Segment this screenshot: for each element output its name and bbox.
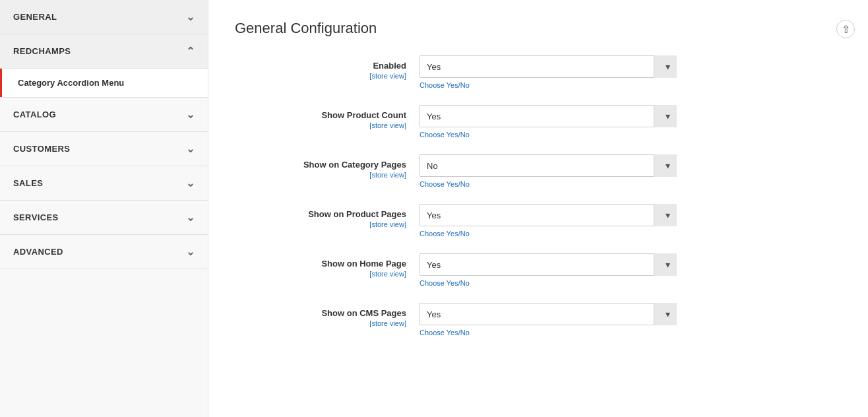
sidebar-item-general: GENERAL ⌄: [0, 0, 208, 34]
config-label-show-on-home-page: Show on Home Page: [235, 259, 406, 269]
sidebar-sales-label: SALES: [13, 178, 43, 188]
select-enabled[interactable]: YesNo: [419, 55, 677, 78]
config-row-show-on-category-pages: Show on Category Pages[store view]YesNoC…: [235, 154, 842, 188]
config-hint-show-on-cms-pages: Choose Yes/No: [419, 329, 842, 337]
select-wrapper-show-product-count: YesNo: [419, 105, 677, 127]
config-hint-show-on-product-pages: Choose Yes/No: [419, 230, 842, 238]
sidebar-sales-header[interactable]: SALES ⌄: [0, 166, 208, 200]
sidebar-item-advanced: ADVANCED ⌄: [0, 235, 208, 269]
config-label-enabled: Enabled: [235, 61, 406, 71]
config-field-col-show-product-count: YesNoChoose Yes/No: [419, 105, 842, 139]
sidebar-services-label: SERVICES: [13, 212, 59, 222]
sidebar-sub-item-label: Category Accordion Menu: [18, 78, 124, 88]
config-field-col-show-on-category-pages: YesNoChoose Yes/No: [419, 154, 842, 188]
config-label-col-show-on-product-pages: Show on Product Pages[store view]: [235, 204, 419, 228]
sidebar-catalog-header[interactable]: CATALOG ⌄: [0, 98, 208, 131]
config-label-col-show-product-count: Show Product Count[store view]: [235, 105, 419, 129]
config-label-col-show-on-category-pages: Show on Category Pages[store view]: [235, 154, 419, 179]
config-label-show-on-category-pages: Show on Category Pages: [235, 160, 406, 170]
select-show-on-home-page[interactable]: YesNo: [419, 253, 677, 276]
config-field-col-show-on-cms-pages: YesNoChoose Yes/No: [419, 303, 842, 337]
select-show-on-cms-pages[interactable]: YesNo: [419, 303, 677, 325]
chevron-down-icon: ⌄: [186, 11, 195, 23]
config-label-col-show-on-cms-pages: Show on CMS Pages[store view]: [235, 303, 419, 327]
config-field-col-show-on-product-pages: YesNoChoose Yes/No: [419, 204, 842, 238]
sidebar-customers-label: CUSTOMERS: [13, 144, 70, 154]
chevron-down-icon: ⌄: [186, 211, 195, 224]
sidebar-item-catalog: CATALOG ⌄: [0, 98, 208, 132]
config-hint-show-product-count: Choose Yes/No: [419, 131, 842, 139]
sidebar-item-sales: SALES ⌄: [0, 166, 208, 201]
chevron-down-icon: ⌄: [186, 143, 195, 155]
sidebar-general-header[interactable]: GENERAL ⌄: [0, 0, 208, 34]
main-content: General Configuration Enabled[store view…: [208, 0, 868, 417]
select-show-on-category-pages[interactable]: YesNo: [419, 154, 677, 177]
config-scope-show-on-product-pages: [store view]: [235, 220, 406, 228]
config-scope-show-on-cms-pages: [store view]: [235, 319, 406, 327]
config-hint-enabled: Choose Yes/No: [419, 81, 842, 89]
config-hint-show-on-category-pages: Choose Yes/No: [419, 180, 842, 188]
scroll-to-top-button[interactable]: ⇧: [836, 20, 855, 38]
config-row-show-on-product-pages: Show on Product Pages[store view]YesNoCh…: [235, 204, 842, 238]
config-label-show-on-cms-pages: Show on CMS Pages: [235, 308, 406, 318]
sidebar-redchamps-header[interactable]: REDCHAMPS ⌃: [0, 34, 208, 68]
config-hint-show-on-home-page: Choose Yes/No: [419, 279, 842, 287]
config-label-show-on-product-pages: Show on Product Pages: [235, 209, 406, 219]
config-scope-show-on-home-page: [store view]: [235, 270, 406, 278]
config-row-show-on-cms-pages: Show on CMS Pages[store view]YesNoChoose…: [235, 303, 842, 337]
config-label-col-show-on-home-page: Show on Home Page[store view]: [235, 253, 419, 278]
sidebar: GENERAL ⌄ REDCHAMPS ⌃ Category Accordion…: [0, 0, 208, 417]
config-label-col-enabled: Enabled[store view]: [235, 55, 419, 80]
config-row-show-product-count: Show Product Count[store view]YesNoChoos…: [235, 105, 842, 139]
chevron-down-icon: ⌄: [186, 245, 195, 258]
config-section: Enabled[store view]YesNoChoose Yes/NoSho…: [235, 55, 842, 359]
config-scope-show-product-count: [store view]: [235, 121, 406, 129]
config-row-show-on-home-page: Show on Home Page[store view]YesNoChoose…: [235, 253, 842, 287]
chevron-down-icon: ⌄: [186, 108, 195, 121]
config-label-show-product-count: Show Product Count: [235, 110, 406, 120]
select-wrapper-show-on-cms-pages: YesNo: [419, 303, 677, 325]
select-wrapper-show-on-product-pages: YesNo: [419, 204, 677, 226]
sidebar-redchamps-submenu: Category Accordion Menu: [0, 68, 208, 97]
sidebar-item-services: SERVICES ⌄: [0, 201, 208, 235]
chevron-up-icon: ⌃: [186, 45, 195, 57]
select-show-on-product-pages[interactable]: YesNo: [419, 204, 677, 226]
config-field-col-enabled: YesNoChoose Yes/No: [419, 55, 842, 89]
page-title: General Configuration: [235, 20, 842, 37]
chevron-down-icon: ⌄: [186, 177, 195, 189]
sidebar-general-label: GENERAL: [13, 12, 57, 22]
select-show-product-count[interactable]: YesNo: [419, 105, 677, 127]
config-scope-enabled: [store view]: [235, 72, 406, 80]
select-wrapper-enabled: YesNo: [419, 55, 677, 78]
sidebar-redchamps-label: REDCHAMPS: [13, 46, 71, 56]
select-wrapper-show-on-category-pages: YesNo: [419, 154, 677, 177]
sidebar-services-header[interactable]: SERVICES ⌄: [0, 201, 208, 234]
sidebar-catalog-label: CATALOG: [13, 110, 56, 119]
sidebar-customers-header[interactable]: CUSTOMERS ⌄: [0, 132, 208, 166]
config-field-col-show-on-home-page: YesNoChoose Yes/No: [419, 253, 842, 287]
sidebar-advanced-header[interactable]: ADVANCED ⌄: [0, 235, 208, 269]
sidebar-item-customers: CUSTOMERS ⌄: [0, 132, 208, 166]
sidebar-item-category-accordion-menu[interactable]: Category Accordion Menu: [0, 69, 208, 97]
sidebar-advanced-label: ADVANCED: [13, 247, 63, 257]
config-row-enabled: Enabled[store view]YesNoChoose Yes/No: [235, 55, 842, 89]
select-wrapper-show-on-home-page: YesNo: [419, 253, 677, 276]
sidebar-item-redchamps: REDCHAMPS ⌃ Category Accordion Menu: [0, 34, 208, 98]
config-scope-show-on-category-pages: [store view]: [235, 171, 406, 179]
